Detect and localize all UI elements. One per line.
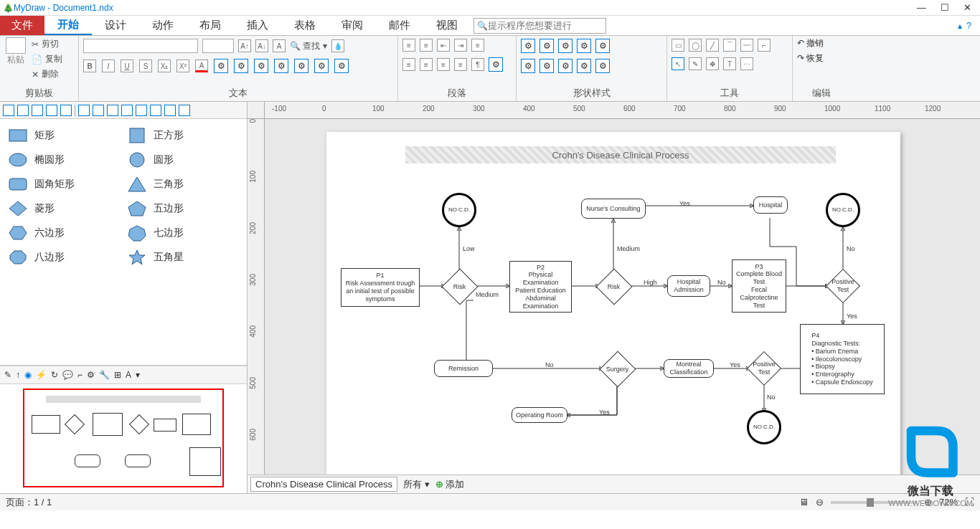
tab-action[interactable]: 动作 (139, 16, 187, 35)
delete-button[interactable]: ✕ 删除 (30, 67, 64, 81)
file-menu[interactable]: 文件 (0, 16, 44, 35)
shape-item-11[interactable]: 五角星 (126, 248, 240, 267)
lp-tb-12[interactable] (164, 105, 176, 116)
subscript-button[interactable]: X₂ (158, 59, 171, 72)
increase-font-button[interactable]: A↑ (238, 39, 251, 52)
node-p4[interactable]: P4 Diagnostic Tests: • Barium Enema • Il… (800, 324, 885, 394)
underline-button[interactable]: U (121, 59, 133, 72)
tb2-group-icon[interactable]: ⊞ (114, 370, 121, 380)
eyedropper-icon[interactable]: 💧 (331, 39, 344, 52)
zoom-out-button[interactable]: ⊖ (816, 497, 824, 507)
node-p1[interactable]: P1 Risk Assessment trough an initial tes… (341, 268, 420, 307)
lp-tb-1[interactable] (3, 105, 14, 116)
tool-arc[interactable]: ⌒ (723, 39, 736, 52)
tool-rect[interactable]: ▭ (672, 39, 684, 52)
page-add[interactable]: ⊕ 添加 (435, 478, 465, 491)
lp-tb-7[interactable] (93, 105, 104, 116)
shape-style-9[interactable]: ⚙ (577, 59, 591, 73)
node-surgery[interactable]: Surgery (600, 351, 636, 388)
shape-style-10[interactable]: ⚙ (595, 59, 610, 73)
tool-curve[interactable]: 〰 (740, 39, 753, 52)
node-nocd-2[interactable]: NO C.D. (826, 193, 860, 227)
shapes-list[interactable]: 矩形正方形椭圆形圆形圆角矩形三角形菱形五边形六边形七边形八边形五角星 (0, 119, 247, 366)
style-btn-1[interactable]: ⚙ (214, 59, 228, 73)
tool-text[interactable]: T (723, 57, 736, 70)
lp-tb-10[interactable] (136, 105, 147, 116)
page-tab-1[interactable]: Crohn's Disease Clinical Process (250, 477, 397, 492)
node-risk-2[interactable]: Risk (596, 269, 633, 305)
style-btn-6[interactable]: ⚙ (314, 59, 329, 73)
tool-connector[interactable]: ⌐ (758, 39, 771, 52)
shape-item-6[interactable]: 菱形 (7, 199, 121, 218)
close-button[interactable]: ✕ (963, 2, 971, 13)
maximize-button[interactable]: ☐ (941, 2, 949, 13)
canvas[interactable]: Crohn's Disease Clinical Process (265, 119, 980, 475)
lp-tb-6[interactable] (78, 105, 90, 116)
tool-pointer[interactable]: ↖ (672, 57, 684, 70)
minimize-button[interactable]: — (917, 2, 926, 13)
tb2-shape-icon[interactable]: ◉ (24, 370, 32, 380)
style-btn-7[interactable]: ⚙ (334, 59, 349, 73)
tb2-bolt-icon[interactable]: ⚡ (36, 370, 47, 380)
tool-ellipse[interactable]: ◯ (689, 39, 702, 52)
shape-style-1[interactable]: ⚙ (521, 39, 535, 53)
superscript-button[interactable]: X² (176, 59, 189, 72)
shape-item-2[interactable]: 椭圆形 (7, 151, 121, 169)
tb2-more-icon[interactable]: ▾ (136, 370, 140, 380)
shape-item-4[interactable]: 圆角矩形 (7, 175, 121, 194)
lp-tb-13[interactable] (179, 105, 190, 116)
align-right-button[interactable]: ≡ (437, 58, 450, 71)
undo-button[interactable]: ↶ 撤销 (797, 37, 824, 49)
tab-mail[interactable]: 邮件 (376, 16, 423, 35)
shape-style-5[interactable]: ⚙ (595, 39, 610, 53)
shape-style-2[interactable]: ⚙ (540, 39, 554, 53)
node-postest-2[interactable]: Positive Test (747, 351, 781, 386)
shape-item-10[interactable]: 八边形 (7, 248, 121, 267)
pilcrow-button[interactable]: ¶ (471, 58, 484, 71)
search-input[interactable] (488, 20, 603, 31)
shape-item-0[interactable]: 矩形 (7, 126, 121, 145)
cut-button[interactable]: ✂ 剪切 (30, 37, 64, 51)
shape-item-1[interactable]: 正方形 (126, 126, 240, 145)
tb2-up-icon[interactable]: ↑ (16, 370, 20, 380)
style-btn-3[interactable]: ⚙ (254, 59, 268, 73)
tool-pan[interactable]: ✥ (706, 57, 719, 70)
node-postest-1[interactable]: Positive Test (826, 269, 860, 303)
tool-line[interactable]: ╱ (706, 39, 719, 52)
diagram-title[interactable]: Crohn's Disease Clinical Process (405, 146, 836, 163)
zoom-level[interactable]: 72% (939, 497, 958, 507)
node-oproom[interactable]: Operating Room (512, 407, 567, 423)
tab-review[interactable]: 审阅 (329, 16, 376, 35)
font-size-dropdown[interactable] (202, 39, 234, 53)
lp-tb-5[interactable] (60, 105, 72, 116)
tab-table[interactable]: 表格 (281, 16, 329, 35)
clear-format-button[interactable]: A (273, 39, 286, 52)
style-btn-2[interactable]: ⚙ (234, 59, 248, 73)
bold-button[interactable]: B (83, 59, 96, 72)
tb2-connector-icon[interactable]: ⌐ (77, 370, 83, 380)
node-p3[interactable]: P3 Complete Blood Test Fecal Calprotecti… (732, 259, 786, 313)
display-mode-icon[interactable]: 🖥 (799, 497, 809, 507)
text-fill-button[interactable]: A (195, 59, 208, 72)
shape-style-3[interactable]: ⚙ (558, 39, 573, 53)
fit-page-button[interactable]: ⛶ (965, 497, 974, 507)
justify-button[interactable]: ≡ (454, 58, 467, 71)
bullets-button[interactable]: ≡ (402, 39, 415, 52)
tab-view[interactable]: 视图 (423, 16, 471, 35)
align-left-button[interactable]: ≡ (402, 58, 415, 71)
node-p2[interactable]: P2 Physical Examination Patient Educatio… (509, 261, 572, 313)
tb2-edit-icon[interactable]: ✎ (4, 370, 11, 380)
node-nocd-1[interactable]: NO C.D. (442, 193, 476, 227)
paste-button[interactable]: 粘贴 (4, 37, 27, 66)
shape-item-3[interactable]: 圆形 (126, 151, 240, 169)
tab-layout[interactable]: 布局 (187, 16, 234, 35)
node-nocd-3[interactable]: NO C.D. (747, 410, 781, 444)
shape-item-7[interactable]: 五边形 (126, 199, 240, 218)
redo-button[interactable]: ↷ 恢复 (797, 52, 824, 65)
lp-tb-11[interactable] (150, 105, 161, 116)
page-indicator[interactable]: 页面：1 / 1 (6, 496, 52, 509)
para-style-button[interactable]: ⚙ (489, 57, 503, 72)
node-hospadm[interactable]: Hospital Admission (667, 275, 710, 297)
tool-pencil[interactable]: ✎ (689, 57, 702, 70)
lp-tb-8[interactable] (107, 105, 118, 116)
